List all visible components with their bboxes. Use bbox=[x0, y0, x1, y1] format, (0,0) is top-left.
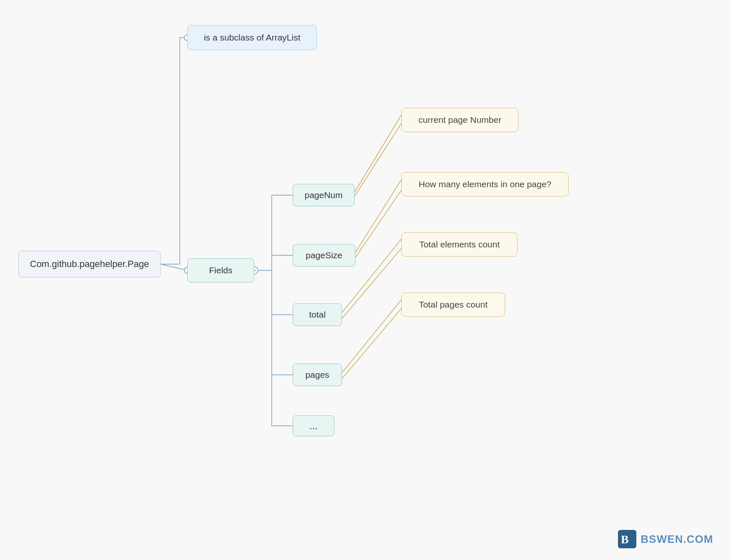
tooltip-total: Total elements count bbox=[401, 232, 518, 257]
diagram-container: Com.github.pagehelper.Page is a subclass… bbox=[0, 0, 730, 560]
pagesize-node: pageSize bbox=[293, 244, 355, 267]
connectors-svg bbox=[0, 0, 730, 560]
svg-line-8 bbox=[342, 308, 401, 379]
svg-text:B: B bbox=[621, 533, 629, 546]
tooltip-pagenum: current page Number bbox=[401, 108, 518, 132]
pages-node: pages bbox=[293, 364, 342, 386]
svg-line-4 bbox=[355, 190, 401, 257]
pagenum-node: pageNum bbox=[293, 184, 355, 206]
watermark-text: BSWEN.COM bbox=[641, 533, 713, 546]
tooltip-pagesize: How many elements in one page? bbox=[401, 172, 569, 196]
fields-node: Fields bbox=[187, 258, 254, 283]
total-node: total bbox=[293, 303, 342, 326]
svg-line-3 bbox=[355, 180, 401, 252]
watermark: B BSWEN.COM bbox=[618, 530, 713, 548]
svg-line-1 bbox=[355, 115, 401, 192]
svg-line-7 bbox=[342, 300, 401, 373]
bswen-logo-icon: B bbox=[618, 530, 636, 548]
subclass-node: is a subclass of ArrayList bbox=[187, 25, 317, 50]
ellipsis-node: ... bbox=[293, 415, 334, 436]
svg-line-2 bbox=[355, 123, 401, 196]
tooltip-pages: Total pages count bbox=[401, 293, 505, 317]
main-class-node: Com.github.pagehelper.Page bbox=[18, 251, 161, 277]
